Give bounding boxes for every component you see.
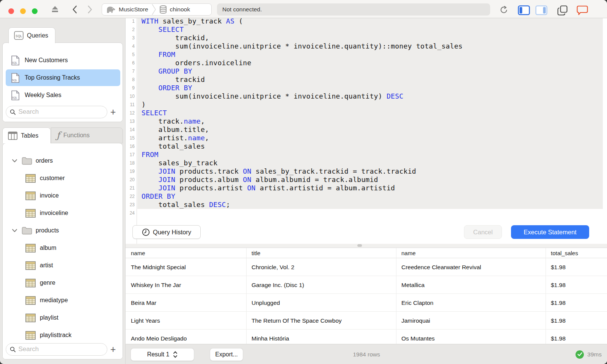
tree-table-label: album <box>40 245 57 251</box>
table-cell[interactable]: Metallica <box>396 276 546 294</box>
code-line-20[interactable]: JOIN products.album ON album.albumid = t… <box>142 176 378 184</box>
tables-search[interactable] <box>6 343 107 356</box>
table-cell[interactable]: Unplugged <box>246 294 396 312</box>
close-window-button[interactable] <box>8 8 14 14</box>
execute-statement-button[interactable]: Execute Statement <box>511 225 589 239</box>
code-line-17[interactable]: FROM <box>142 151 159 159</box>
code-line-13[interactable]: track.name, <box>142 117 205 126</box>
tree-folder-products[interactable]: products <box>3 222 123 239</box>
breadcrumb-database[interactable]: chinook <box>159 5 190 14</box>
query-item-top-grossing-tracks[interactable]: SQLTop Grossing Tracks <box>6 69 120 86</box>
table-row[interactable]: The Midnight SpecialChronicle, Vol. 2Cre… <box>126 258 607 276</box>
results-column-header-2[interactable]: name <box>396 248 546 258</box>
splitter-handle-icon[interactable] <box>357 244 362 247</box>
code-line-18[interactable]: sales_by_track <box>142 159 217 167</box>
table-cell[interactable]: Garage Inc. (Disc 1) <box>246 276 396 294</box>
code-line-15[interactable]: artist.name, <box>142 134 209 142</box>
chevron-down-icon[interactable] <box>12 159 18 163</box>
table-cell[interactable]: The Midnight Special <box>126 258 246 276</box>
code-line-11[interactable]: ) <box>142 100 146 109</box>
table-cell[interactable]: Whiskey In The Jar <box>126 276 246 294</box>
table-cell[interactable]: Light Years <box>126 312 246 329</box>
reload-button[interactable] <box>498 5 510 14</box>
table-row[interactable]: Light YearsThe Return Of The Space Cowbo… <box>126 312 607 329</box>
table-cell[interactable]: Os Mutantes <box>396 329 546 344</box>
results-column-header-1[interactable]: title <box>246 248 396 258</box>
table-row[interactable]: Whiskey In The JarGarage Inc. (Disc 1)Me… <box>126 276 607 294</box>
code-line-21[interactable]: JOIN products.artist ON artist.artistid … <box>142 184 395 192</box>
tree-table-invoice[interactable]: invoice <box>3 187 123 204</box>
code-line-7[interactable]: GROUP BY <box>142 67 192 75</box>
windows-button[interactable] <box>556 5 568 16</box>
tree-folder-label: products <box>36 227 59 234</box>
code-line-4[interactable]: sum(invoiceline.unitprice * invoiceline.… <box>142 42 462 50</box>
table-cell[interactable]: $1.98 <box>546 329 607 344</box>
tree-table-mediatype[interactable]: mediatype <box>3 292 123 309</box>
table-cell[interactable]: $1.98 <box>546 258 607 276</box>
code-line-12[interactable]: SELECT <box>142 109 167 117</box>
tree-folder-orders[interactable]: orders <box>3 152 123 169</box>
tree-table-genre[interactable]: genre <box>3 274 123 292</box>
table-cell[interactable]: $1.98 <box>546 276 607 294</box>
eject-button[interactable] <box>50 5 60 13</box>
table-cell[interactable]: The Return Of The Space Cowboy <box>246 312 396 329</box>
tree-table-artist[interactable]: artist <box>3 257 123 274</box>
add-query-button[interactable]: + <box>107 106 119 118</box>
table-cell[interactable]: $1.98 <box>546 294 607 312</box>
table-row[interactable]: Ando Meio DesligadoMinha HistóriaOs Muta… <box>126 329 607 344</box>
table-cell[interactable]: Ando Meio Desligado <box>126 329 246 344</box>
table-cell[interactable]: Jamiroquai <box>396 312 546 329</box>
results-column-header-0[interactable]: name <box>126 248 246 258</box>
table-cell[interactable]: $1.98 <box>546 312 607 329</box>
tab-queries[interactable]: SQL Queries <box>8 27 55 43</box>
table-row[interactable]: Beira MarUnpluggedEric Clapton$1.98 <box>126 294 607 312</box>
queries-search-input[interactable] <box>18 108 103 116</box>
code-line-22[interactable]: ORDER BY <box>142 192 175 201</box>
table-cell[interactable]: Chronicle, Vol. 2 <box>246 258 396 276</box>
results-splitter[interactable] <box>126 244 607 248</box>
query-item-new-customers[interactable]: SQLNew Customers <box>6 52 120 69</box>
code-line-14[interactable]: album.title, <box>142 126 209 134</box>
tables-search-row: + <box>3 342 123 359</box>
tree-table-customer[interactable]: customer <box>3 169 123 187</box>
code-line-5[interactable]: FROM <box>142 50 175 59</box>
tab-tables[interactable]: Tables <box>2 127 51 143</box>
code-line-10[interactable]: sum(invoiceline.unitprice * invoiceline.… <box>142 92 404 100</box>
code-line-16[interactable]: total_sales <box>142 142 205 151</box>
tab-functions[interactable]: ƒ Functions <box>51 127 123 143</box>
sql-editor[interactable]: WITH sales_by_track AS ( SELECT trackid,… <box>137 18 607 244</box>
table-cell[interactable]: Creedence Clearwater Revival <box>396 258 546 276</box>
forward-button[interactable] <box>85 5 95 14</box>
code-line-8[interactable]: trackid <box>142 75 205 84</box>
code-line-6[interactable]: orders.invoiceline <box>142 59 252 67</box>
line-number: 8 <box>132 75 135 84</box>
back-button[interactable] <box>69 5 80 14</box>
feedback-button[interactable] <box>576 5 589 16</box>
table-cell[interactable]: Minha História <box>246 329 396 344</box>
toggle-right-sidebar-button[interactable] <box>535 5 548 15</box>
code-line-1[interactable]: WITH sales_by_track AS ( <box>142 18 243 25</box>
chevron-down-icon[interactable] <box>12 229 18 232</box>
zoom-window-button[interactable] <box>32 8 38 14</box>
tree-table-invoiceline[interactable]: invoiceline <box>3 204 123 222</box>
add-table-button[interactable]: + <box>107 344 119 355</box>
query-history-button[interactable]: Query History <box>132 225 201 239</box>
code-line-19[interactable]: JOIN products.track ON sales_by_track.tr… <box>142 167 416 176</box>
toggle-left-sidebar-button[interactable] <box>517 5 530 15</box>
cancel-button[interactable]: Cancel <box>464 225 502 239</box>
table-cell[interactable]: Eric Clapton <box>396 294 546 312</box>
code-line-2[interactable]: SELECT <box>142 25 184 34</box>
code-line-3[interactable]: trackid, <box>142 34 209 42</box>
tree-table-album[interactable]: album <box>3 239 123 257</box>
queries-search[interactable] <box>6 106 107 118</box>
tables-search-input[interactable] <box>18 345 103 353</box>
tree-table-playlist[interactable]: playlist <box>3 309 123 326</box>
breadcrumb-server[interactable]: MusicStore <box>106 5 148 14</box>
code-line-9[interactable]: ORDER BY <box>142 84 192 92</box>
folder-icon <box>22 227 32 235</box>
query-item-weekly-sales[interactable]: SQLWeekly Sales <box>6 87 120 104</box>
minimize-window-button[interactable] <box>20 8 26 14</box>
table-cell[interactable]: Beira Mar <box>126 294 246 312</box>
results-column-header-3[interactable]: total_sales <box>546 248 607 258</box>
code-line-23[interactable]: total_sales DESC; <box>142 201 230 209</box>
